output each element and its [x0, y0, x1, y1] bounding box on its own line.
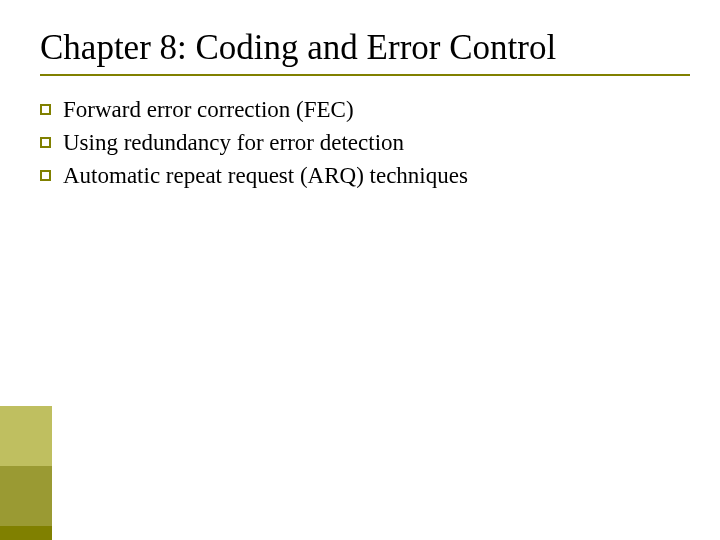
accent-block-light — [0, 406, 52, 466]
slide: Chapter 8: Coding and Error Control Forw… — [0, 0, 720, 540]
bullet-text: Automatic repeat request (ARQ) technique… — [63, 162, 468, 191]
square-bullet-icon — [40, 137, 51, 148]
bullet-text: Forward error correction (FEC) — [63, 96, 354, 125]
accent-block-dark — [0, 526, 52, 540]
square-bullet-icon — [40, 170, 51, 181]
title-underline — [40, 74, 690, 76]
slide-title: Chapter 8: Coding and Error Control — [40, 28, 700, 74]
square-bullet-icon — [40, 104, 51, 115]
accent-strip — [0, 406, 52, 540]
list-item: Automatic repeat request (ARQ) technique… — [40, 162, 680, 191]
bullet-text: Using redundancy for error detection — [63, 129, 404, 158]
list-item: Forward error correction (FEC) — [40, 96, 680, 125]
body-content: Forward error correction (FEC) Using red… — [40, 96, 680, 194]
list-item: Using redundancy for error detection — [40, 129, 680, 158]
title-block: Chapter 8: Coding and Error Control — [40, 28, 700, 74]
accent-block-mid — [0, 466, 52, 526]
